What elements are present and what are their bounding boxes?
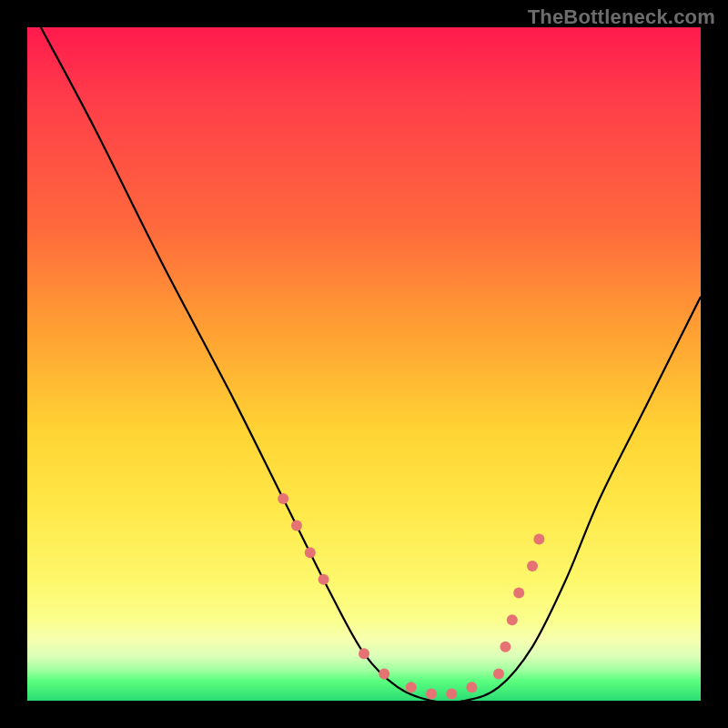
bottleneck-curve [41,27,701,701]
highlight-dot [513,588,524,599]
highlight-dot [533,533,544,544]
highlight-dot [359,648,369,659]
highlight-dot [466,682,477,693]
highlight-dot [379,668,389,679]
plot-area [27,27,701,701]
chart-frame: TheBottleneck.com [0,0,728,728]
highlight-dot [426,689,437,700]
curve-svg [27,27,701,701]
highlight-dot [278,493,288,504]
highlight-dot [446,689,457,700]
highlight-dot [507,614,518,625]
highlight-dot [500,642,511,652]
highlight-dot [291,521,302,531]
highlight-dot [305,547,316,558]
watermark-text: TheBottleneck.com [528,5,715,29]
highlight-dot [527,561,538,571]
highlight-dot [318,574,329,585]
highlight-dot [406,682,417,693]
highlight-dot [493,668,504,679]
highlight-dots [278,493,544,700]
